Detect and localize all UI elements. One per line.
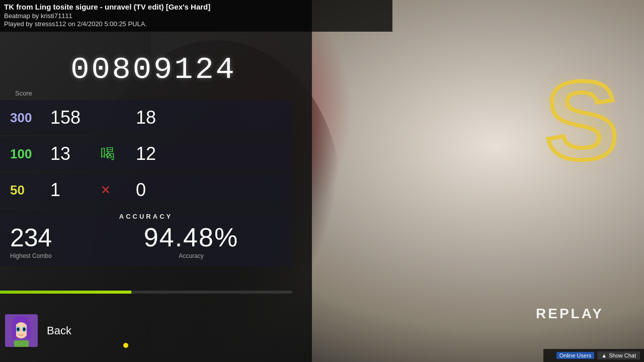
hit-300-count-right: 18 [121, 107, 156, 128]
hit-50-row: 50 1 ✕ 0 [0, 172, 292, 208]
accuracy-value-section: 94.48% Accuracy [101, 222, 282, 259]
song-title: TK from Ling tosite sigure - unravel (TV… [4, 2, 388, 12]
hit-100-row: 100 13 喝 12 [0, 136, 292, 171]
yellow-dot [123, 343, 128, 348]
accuracy-row: 234 Highest Combo 94.48% Accuracy [10, 222, 282, 259]
grade-s: S [545, 65, 619, 176]
chevron-up-icon: ▲ [601, 352, 607, 358]
accuracy-section: ACCURACY 234 Highest Combo 94.48% Accura… [0, 209, 292, 266]
score-number-row: 00809124 [0, 48, 292, 89]
accuracy-value: 94.48% [101, 222, 282, 252]
svg-rect-9 [14, 340, 29, 347]
badge-100: 100 [10, 146, 40, 162]
hit-50-count-left: 1 [40, 179, 80, 201]
badge-50: 50 [10, 183, 40, 198]
svg-rect-8 [27, 324, 31, 339]
badge-300: 300 [10, 110, 40, 126]
accuracy-header: ACCURACY [10, 213, 282, 222]
hit-100-count-left: 13 [40, 143, 80, 164]
hit-300-row: 300 158 18 [0, 100, 292, 135]
progress-bar-fill [0, 291, 131, 294]
show-chat-label: Show Chat [609, 352, 636, 358]
back-section: Back [5, 314, 76, 347]
combo-number: 234 [10, 223, 101, 252]
play-info: Played by stresss112 on 2/4/2020 5:00:25… [4, 20, 388, 29]
back-button[interactable]: Back [42, 322, 76, 339]
hit-100-count-right: 12 [121, 143, 156, 164]
accuracy-sublabel: Accuracy [101, 252, 282, 259]
combo-section: 234 Highest Combo [10, 223, 101, 259]
online-users-badge[interactable]: Online Users [556, 352, 595, 359]
miss-count: 0 [121, 179, 151, 201]
hit-300-count-left: 158 [40, 107, 80, 128]
score-panel: 00809124 Score 300 158 18 100 13 喝 12 50… [0, 48, 292, 267]
miss-x-icon: ✕ [80, 183, 121, 197]
show-chat-button[interactable]: ▲ Show Chat [597, 351, 640, 359]
svg-rect-7 [12, 324, 16, 339]
score-label: Score [0, 89, 292, 99]
replay-text: REPLAY [536, 306, 604, 322]
progress-bar-container [0, 291, 292, 294]
grade-display: S [545, 65, 619, 176]
svg-point-5 [17, 328, 19, 331]
kanji-icon: 喝 [80, 144, 121, 163]
svg-point-6 [23, 328, 25, 331]
score-number: 00809124 [70, 52, 236, 87]
title-bar: TK from Ling tosite sigure - unravel (TV… [0, 0, 392, 32]
bottom-bar: Online Users ▲ Show Chat [543, 349, 644, 362]
combo-label: Highest Combo [10, 252, 101, 259]
avatar [5, 314, 38, 347]
svg-point-2 [14, 322, 28, 338]
replay-button[interactable]: REPLAY [536, 306, 604, 322]
beatmap-credit: Beatmap by kristi71111 [4, 12, 388, 21]
